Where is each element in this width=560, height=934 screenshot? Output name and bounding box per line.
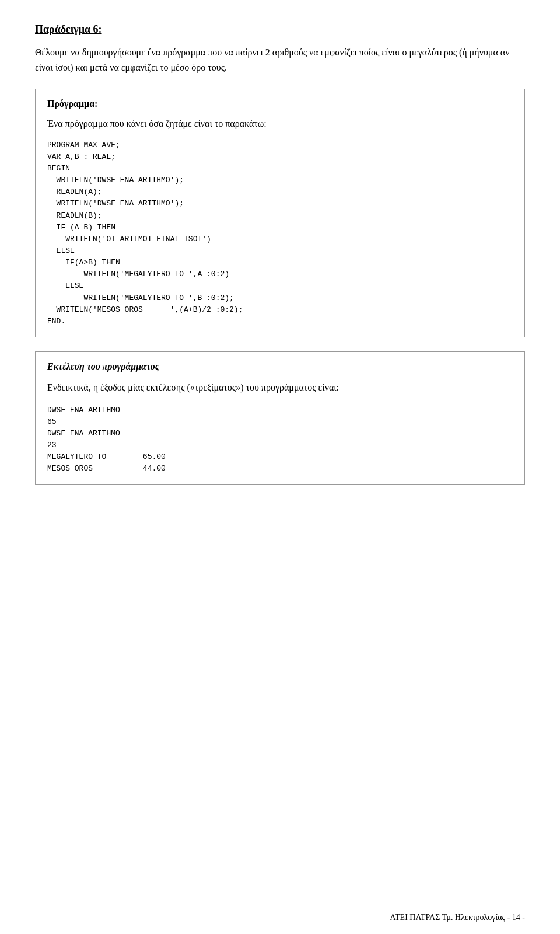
title-section: Παράδειγμα 6: Θέλουμε να δημιουργήσουμε … (35, 23, 525, 75)
page-title: Παράδειγμα 6: (35, 23, 525, 36)
program-code: PROGRAM MAX_AVE; VAR A,B : REAL; BEGIN W… (47, 140, 513, 327)
execution-output: DWSE ENA ARITHMO 65 DWSE ENA ARITHMO 23 … (47, 405, 513, 475)
execution-description: Ενδεικτικά, η έξοδος μίας εκτέλεσης («τρ… (47, 380, 513, 395)
footer-text: ΑΤΕΙ ΠΑΤΡΑΣ Τμ. Ηλεκτρολογίας - 14 - (390, 913, 525, 922)
program-label: Πρόγραμμα: (47, 99, 513, 109)
program-description: Ένα πρόγραμμα που κάνει όσα ζητάμε είναι… (47, 116, 513, 131)
program-box: Πρόγραμμα: Ένα πρόγραμμα που κάνει όσα ζ… (35, 89, 525, 337)
footer: ΑΤΕΙ ΠΑΤΡΑΣ Τμ. Ηλεκτρολογίας - 14 - (0, 908, 560, 922)
intro-text: Θέλουμε να δημιουργήσουμε ένα πρόγραμμα … (35, 45, 525, 75)
execution-label: Εκτέλεση του προγράμματος (47, 361, 513, 372)
execution-box: Εκτέλεση του προγράμματος Ενδεικτικά, η … (35, 351, 525, 485)
